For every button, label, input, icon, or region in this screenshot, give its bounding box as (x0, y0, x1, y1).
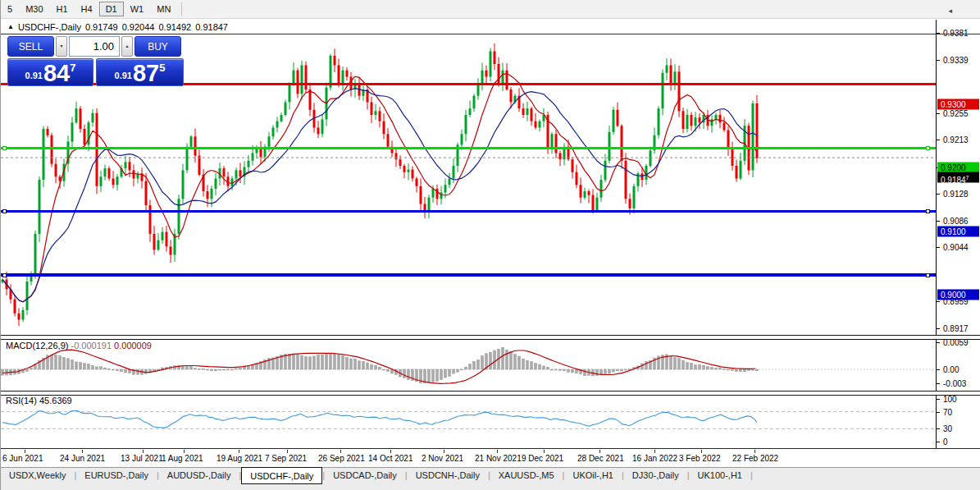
date-label: 28 Dec 2021 (577, 454, 624, 463)
buy-button[interactable]: BUY (134, 36, 181, 57)
level-price-tag: 0.9300 (937, 98, 979, 109)
axis-tick-mark (937, 412, 940, 413)
volume-decrease-button[interactable]: ▾ (56, 36, 67, 57)
level-drag-handle[interactable] (926, 209, 930, 213)
level-drag-handle[interactable] (926, 146, 930, 150)
horizontal-level-line-0.9000[interactable] (1, 273, 936, 277)
rsi-panel-resize-handle[interactable] (1, 391, 980, 396)
macd-tick: -0.003 (943, 378, 966, 387)
level-drag-handle[interactable] (2, 209, 7, 213)
date-tick-mark (25, 450, 25, 453)
trading-platform-window: 5M30H1H4D1W1MN ▲ USDCHF-,Daily 0.91749 0… (0, 0, 980, 490)
rsi-indicator-label: RSI(14) 45.6369 (6, 396, 72, 405)
macd-panel-resize-handle[interactable] (1, 335, 980, 340)
date-label: 16 Jan 2022 (632, 454, 677, 463)
symbol-tab-usdchf-daily[interactable]: USDCHF-,Daily (241, 467, 322, 484)
date-label: 21 Nov 2021 (475, 454, 522, 463)
horizontal-level-line-0.9200[interactable] (1, 147, 936, 149)
tab-scroll-left-icon[interactable]: ◂ (948, 7, 952, 15)
date-tick-mark (82, 450, 83, 453)
date-tick-mark (754, 450, 755, 453)
level-price-tag: 0.9100 (937, 226, 979, 236)
date-tick-mark (654, 450, 655, 453)
horizontal-level-line-0.9100[interactable] (1, 210, 936, 213)
tab-separator: | (750, 468, 753, 480)
price-tick: 0.9381 (943, 29, 969, 38)
level-price-tag: 0.9000 (937, 290, 979, 300)
trade-panel-collapse-icon[interactable]: ▲ (7, 23, 14, 30)
axis-tick-mark (937, 140, 940, 140)
sell-price-prefix: 0.91 (25, 71, 43, 80)
level-drag-handle[interactable] (2, 273, 7, 277)
one-click-trade-widget: SELL ▾ ▴ BUY 0.91 84 7 0.91 87 5 (7, 36, 184, 86)
axis-tick-mark (937, 383, 940, 384)
date-axis[interactable]: 6 Jun 202124 Jun 202113 Jul 20211 Aug 20… (1, 449, 980, 467)
date-label: 3 Feb 2022 (679, 454, 721, 463)
price-tick: 0.9044 (943, 243, 969, 252)
macd-signal-value: 0.000009 (114, 341, 152, 350)
symbol-tab-ukoil-h1[interactable]: UKOil-,H1 (564, 468, 622, 484)
symbol-tab-usdcad-daily[interactable]: USDCAD-,Daily (325, 468, 405, 484)
axis-tick-mark (937, 194, 940, 195)
date-tick-mark (340, 450, 341, 453)
date-label: 22 Feb 2022 (732, 454, 778, 463)
price-tick: 0.8917 (943, 323, 969, 332)
current-price-tag: 0.91847 (937, 172, 979, 183)
axis-tick-mark (937, 247, 940, 248)
date-tick-mark (390, 450, 391, 453)
ohlc-close: 0.91847 (195, 22, 228, 32)
date-axis-border (1, 448, 980, 449)
date-tick-mark (184, 450, 185, 453)
date-tick-mark (239, 450, 239, 453)
chart-frame-top-border (1, 34, 980, 34)
date-label: 7 Sep 2021 (265, 454, 307, 463)
sell-price-pip: 7 (70, 62, 75, 74)
buy-price-box[interactable]: 0.91 87 5 (96, 58, 184, 86)
price-tick: 0.9213 (943, 135, 969, 144)
rsi-tick: 100 (943, 395, 957, 404)
ohlc-low: 0.91492 (158, 22, 191, 32)
symbol-tab-usdcnh-daily[interactable]: USDCNH-,Daily (408, 468, 488, 484)
rsi-tick: 0 (943, 437, 948, 446)
date-label: 1 Aug 2021 (162, 454, 203, 463)
chart-title-bar: ▲ USDCHF-,Daily 0.91749 0.92044 0.91492 … (2, 21, 232, 33)
axis-tick-mark (937, 442, 940, 442)
axis-tick-mark (937, 113, 940, 114)
date-tick-mark (599, 450, 600, 453)
date-label: 9 Dec 2021 (522, 454, 563, 463)
date-tick-mark (497, 450, 498, 453)
axis-tick-mark (937, 428, 940, 429)
sell-price-box[interactable]: 0.91 84 7 (7, 58, 93, 86)
date-label: 2 Nov 2021 (422, 454, 463, 463)
symbol-tab-uk100-h1[interactable]: UK100-,H1 (690, 468, 750, 484)
symbol-tab-xauusd-m5[interactable]: XAUUSD-,M5 (490, 468, 563, 484)
date-label: 14 Oct 2021 (368, 454, 413, 463)
symbol-tab-audusd-daily[interactable]: AUDUSD-,Daily (159, 468, 239, 484)
volume-input[interactable] (69, 36, 120, 57)
symbol-tab-eurusd-daily[interactable]: EURUSD-,Daily (76, 468, 157, 484)
chart-symbol-title: USDCHF-,Daily (18, 22, 81, 32)
symbol-tab-bar: USDX,Weekly|EURUSD-,Daily|AUDUSD-,Daily|… (1, 467, 980, 490)
date-label: 19 Aug 2021 (217, 454, 262, 463)
date-label: 26 Sep 2021 (318, 454, 365, 463)
macd-tick: 0.00 (943, 365, 959, 374)
date-tick-mark (143, 450, 144, 453)
date-tick-mark (544, 450, 545, 453)
buy-price-prefix: 0.91 (115, 71, 132, 80)
volume-increase-button[interactable]: ▴ (121, 36, 133, 57)
sell-price-big: 84 (43, 62, 70, 84)
date-label: 13 Jul 2021 (121, 454, 163, 463)
level-drag-handle[interactable] (926, 273, 930, 277)
level-drag-handle[interactable] (2, 146, 7, 150)
symbol-tab-dj30-daily[interactable]: DJ30-,Daily (624, 468, 687, 484)
rsi-tick: 30 (943, 424, 952, 433)
date-tick-mark (444, 450, 444, 453)
date-label: 6 Jun 2021 (2, 454, 43, 463)
symbol-tab-usdx-weekly[interactable]: USDX,Weekly (1, 468, 74, 484)
date-label: 24 Jun 2021 (60, 454, 105, 463)
buy-price-big: 87 (133, 62, 159, 84)
price-axis[interactable]: 0.93810.93390.92550.92130.91700.91280.90… (936, 20, 980, 449)
sell-button[interactable]: SELL (7, 36, 54, 57)
date-tick-mark (287, 450, 288, 453)
axis-tick-mark (937, 221, 940, 222)
